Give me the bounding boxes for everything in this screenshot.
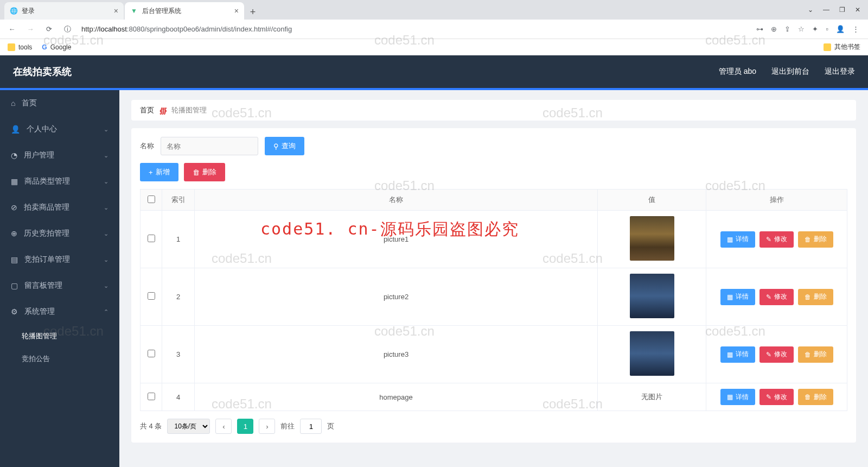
info-icon[interactable]: ⓘ <box>60 22 75 37</box>
clock-icon: ◔ <box>11 151 17 160</box>
logout-link[interactable]: 退出登录 <box>825 67 855 77</box>
google-icon: G <box>42 43 47 51</box>
bookmarks-bar: tools GGoogle 其他书签 <box>0 39 868 55</box>
filter-row: 名称 ⚲查询 <box>140 137 847 155</box>
sidebar-item-history[interactable]: ⊕历史竞拍管理⌄ <box>0 220 119 247</box>
grid-icon: ▦ <box>11 177 18 186</box>
goto-input[interactable] <box>300 419 322 434</box>
edit-button[interactable]: ✎ 修改 <box>760 389 794 405</box>
next-page-button[interactable]: › <box>259 419 275 434</box>
detail-button[interactable]: ▦ 详情 <box>720 346 755 363</box>
table-row: 3 picture3 ▦ 详情 ✎ 修改 🗑 删除 <box>141 326 847 383</box>
page-1-button[interactable]: 1 <box>237 419 253 434</box>
browser-tab[interactable]: 🌐 登录 × <box>4 2 124 20</box>
name-input[interactable] <box>161 137 258 155</box>
prev-page-button[interactable]: ‹ <box>215 419 232 434</box>
back-button[interactable]: ← <box>4 22 20 37</box>
bookmark-tools[interactable]: tools <box>8 43 32 51</box>
close-window-icon[interactable]: ✕ <box>855 6 860 14</box>
app-header: 在线拍卖系统 管理员 abo 退出到前台 退出登录 <box>0 55 868 88</box>
cell-value <box>598 326 706 383</box>
crumb-home[interactable]: 首页 <box>140 105 154 115</box>
add-button[interactable]: +新增 <box>140 163 178 181</box>
sidebar-item-order[interactable]: ▤竞拍订单管理⌄ <box>0 247 119 273</box>
thumbnail-image <box>630 331 674 376</box>
sidebar-sub-notice[interactable]: 竞拍公告 <box>0 348 119 370</box>
to-front-link[interactable]: 退出到前台 <box>771 67 809 77</box>
user-icon: 👤 <box>11 125 20 134</box>
extension-icon[interactable]: ✦ <box>812 25 818 33</box>
detail-button[interactable]: ▦ 详情 <box>720 389 755 405</box>
row-checkbox[interactable] <box>148 292 155 300</box>
main-panel: 名称 ⚲查询 +新增 🗑删除 索引 名称 值 操作 <box>131 128 856 443</box>
edit-button[interactable]: ✎ 修改 <box>760 231 794 248</box>
thumbnail-image <box>630 274 674 318</box>
chevron-down-icon[interactable]: ⌄ <box>808 6 813 14</box>
check-icon: ⊘ <box>11 203 17 212</box>
sidebar-item-users[interactable]: ◔用户管理⌄ <box>0 142 119 168</box>
app-title: 在线拍卖系统 <box>13 65 72 78</box>
search-button[interactable]: ⚲查询 <box>265 137 304 155</box>
delete-button[interactable]: 🗑删除 <box>184 163 225 181</box>
content-area: 首页 ∰ 轮播图管理 名称 ⚲查询 +新增 🗑删除 索引 名称 <box>119 90 868 467</box>
profile-icon[interactable]: 👤 <box>836 25 845 33</box>
sidebar-item-product[interactable]: ⊘拍卖商品管理⌄ <box>0 194 119 220</box>
share-icon[interactable]: ⇪ <box>784 25 790 33</box>
row-delete-button[interactable]: 🗑 删除 <box>798 289 833 305</box>
detail-button[interactable]: ▦ 详情 <box>720 289 755 305</box>
forward-button[interactable]: → <box>23 22 38 37</box>
row-checkbox[interactable] <box>148 235 155 242</box>
edit-button[interactable]: ✎ 修改 <box>760 346 794 363</box>
doc-icon: ▦ <box>727 236 733 243</box>
edit-button[interactable]: ✎ 修改 <box>760 289 794 305</box>
cell-name: picture1 <box>195 211 598 268</box>
trash-icon: 🗑 <box>805 236 811 243</box>
select-all-checkbox[interactable] <box>148 195 155 203</box>
sidebar-sub-carousel[interactable]: 轮播图管理 <box>0 325 119 348</box>
page-size-select[interactable]: 10条/页 <box>167 419 210 434</box>
vue-icon: ▼ <box>130 7 138 15</box>
sidebar-item-system[interactable]: ⚙系统管理⌃ <box>0 299 119 325</box>
row-checkbox[interactable] <box>148 350 155 357</box>
bookmark-google[interactable]: GGoogle <box>42 43 71 51</box>
chevron-down-icon: ⌄ <box>104 126 108 133</box>
total-text: 共 4 条 <box>140 421 162 431</box>
new-tab-button[interactable]: + <box>245 4 260 20</box>
chevron-down-icon: ⌄ <box>104 230 108 237</box>
panel-icon[interactable]: ▫ <box>826 25 828 33</box>
window-controls: ⌄ — ❐ ✕ <box>800 6 868 14</box>
message-icon: ▢ <box>11 281 18 290</box>
settings-icon: ⚙ <box>11 307 18 316</box>
search-icon: ⚲ <box>273 142 279 150</box>
chevron-down-icon: ⌄ <box>104 282 108 289</box>
zoom-icon[interactable]: ⊕ <box>771 25 777 33</box>
sidebar-item-category[interactable]: ▦商品类型管理⌄ <box>0 168 119 194</box>
admin-label[interactable]: 管理员 abo <box>719 67 756 77</box>
row-delete-button[interactable]: 🗑 删除 <box>798 346 833 363</box>
browser-tab-active[interactable]: ▼ 后台管理系统 × <box>125 2 244 20</box>
url-text[interactable]: http://localhost:8080/springbootp0eo6/ad… <box>78 25 753 33</box>
key-icon[interactable]: ⊶ <box>756 25 763 33</box>
row-delete-button[interactable]: 🗑 删除 <box>798 231 833 248</box>
menu-icon[interactable]: ⋮ <box>852 25 859 33</box>
row-checkbox[interactable] <box>148 393 155 400</box>
row-delete-button[interactable]: 🗑 删除 <box>798 389 833 405</box>
sidebar: ⌂首页 👤个人中心⌄ ◔用户管理⌄ ▦商品类型管理⌄ ⊘拍卖商品管理⌄ ⊕历史竞… <box>0 90 119 467</box>
close-icon[interactable]: × <box>114 7 118 15</box>
detail-button[interactable]: ▦ 详情 <box>720 231 755 248</box>
star-icon[interactable]: ☆ <box>798 25 805 33</box>
chevron-up-icon: ⌃ <box>104 308 108 315</box>
cell-index: 2 <box>162 268 195 326</box>
bookmark-other[interactable]: 其他书签 <box>824 42 860 52</box>
reload-button[interactable]: ⟳ <box>41 22 56 37</box>
close-icon[interactable]: × <box>234 7 239 15</box>
sidebar-item-profile[interactable]: 👤个人中心⌄ <box>0 116 119 142</box>
cell-index: 3 <box>162 326 195 383</box>
sidebar-item-message[interactable]: ▢留言板管理⌄ <box>0 273 119 299</box>
trash-icon: 🗑 <box>805 351 811 358</box>
maximize-icon[interactable]: ❐ <box>839 6 845 14</box>
tab-title: 后台管理系统 <box>142 7 181 16</box>
cell-value <box>598 211 706 268</box>
minimize-icon[interactable]: — <box>823 6 829 14</box>
sidebar-item-home[interactable]: ⌂首页 <box>0 90 119 116</box>
